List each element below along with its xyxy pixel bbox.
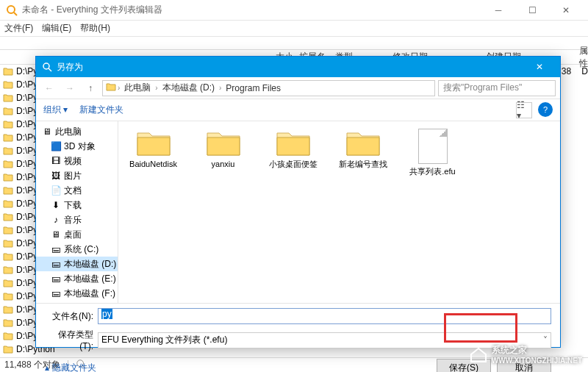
file-item[interactable]: 新老编号查找 — [335, 129, 390, 169]
tree-item[interactable]: 🖴系统 (C:) — [36, 242, 118, 257]
close-button[interactable]: ✕ — [550, 0, 582, 21]
folder-icon — [3, 212, 13, 222]
menu-help[interactable]: 帮助(H) — [80, 22, 110, 35]
cancel-button[interactable]: 取消 — [497, 359, 551, 372]
nav-up-button[interactable]: ↑ — [82, 79, 99, 97]
tree-item[interactable]: 📄文档 — [36, 183, 118, 198]
file-view[interactable]: BaiduNetdiskyanxiu小孩桌面便签新老编号查找共享列表.efu — [118, 121, 560, 303]
folder-icon — [3, 225, 13, 235]
help-button[interactable]: ? — [538, 102, 553, 117]
folder-icon — [106, 82, 116, 94]
efu-icon — [418, 129, 448, 164]
menu-edit[interactable]: 编辑(E) — [42, 22, 71, 35]
app-icon — [6, 4, 18, 16]
folder-icon — [3, 318, 13, 328]
folder-tree[interactable]: 🖥此电脑🟦3D 对象🎞视频🖼图片📄文档⬇下载♪音乐🖥桌面🖴系统 (C:)🖴本地磁… — [36, 121, 118, 303]
folder-icon — [3, 238, 13, 248]
folder-icon — [3, 159, 13, 169]
folder-icon — [3, 291, 13, 301]
hide-folders-link[interactable]: ▴ 隐藏文件夹 — [45, 362, 96, 373]
tree-item[interactable]: 🖴本地磁盘 (D:) — [36, 257, 118, 271]
doc-icon: 📄 — [51, 185, 61, 196]
folder-icon — [3, 251, 13, 262]
svg-line-5 — [49, 68, 51, 71]
file-item[interactable]: 共享列表.efu — [405, 129, 460, 176]
menu-file[interactable]: 文件(F) — [4, 22, 33, 35]
dialog-nav: ← → ↑ › 此电脑 › 本地磁盘 (D:) › Program Files … — [36, 77, 560, 99]
save-icon — [42, 62, 52, 72]
tree-item[interactable]: 🖼图片 — [36, 168, 118, 183]
dialog-title: 另存为 — [57, 61, 525, 74]
folder-icon — [3, 185, 13, 196]
pc-icon: 🖥 — [42, 126, 52, 137]
filename-input[interactable]: py — [98, 308, 551, 324]
drive-icon: 🖴 — [51, 244, 61, 254]
tree-item[interactable]: 🖥此电脑 — [36, 124, 118, 139]
nav-back-button[interactable]: ← — [40, 79, 58, 97]
breadcrumb-item[interactable]: Program Files — [223, 83, 284, 93]
3d-icon: 🟦 — [51, 141, 61, 151]
folder-icon — [3, 344, 13, 354]
main-search[interactable] — [0, 37, 588, 50]
breadcrumb[interactable]: › 此电脑 › 本地磁盘 (D:) › Program Files — [102, 80, 435, 96]
folder-icon — [3, 278, 13, 288]
dialog-bottom: 文件名(N): py 保存类型(T): EFU Everything 文件列表 … — [36, 303, 560, 372]
nav-forward-button[interactable]: → — [61, 79, 79, 97]
folder-icon — [3, 198, 13, 209]
folder-icon — [3, 265, 13, 275]
dialog-titlebar: 另存为 ✕ — [36, 57, 560, 77]
folder-icon — [3, 119, 13, 129]
folder-icon — [3, 146, 13, 156]
filetype-label: 保存类型(T): — [45, 329, 98, 351]
folder-icon — [3, 304, 13, 315]
dl-icon: ⬇ — [51, 200, 61, 210]
folder-icon — [3, 66, 13, 76]
folder-icon — [3, 331, 13, 341]
folder-icon — [3, 93, 13, 103]
filename-label: 文件名(N): — [45, 310, 98, 323]
music-icon: ♪ — [51, 215, 61, 225]
svg-point-0 — [7, 6, 15, 13]
pic-icon: 🖼 — [51, 171, 61, 181]
file-item[interactable]: BaiduNetdisk — [126, 129, 181, 169]
maximize-button[interactable]: ☐ — [516, 0, 548, 21]
organize-button[interactable]: 组织 ▾ — [43, 104, 68, 116]
tree-item[interactable]: 🖴本地磁盘 (F:) — [36, 286, 118, 301]
dialog-close-button[interactable]: ✕ — [525, 57, 554, 77]
drive-icon: 🖴 — [51, 273, 61, 284]
folder-icon — [3, 172, 13, 182]
drive-icon: 🖴 — [51, 259, 61, 269]
menubar: 文件(F) 编辑(E) 帮助(H) — [0, 21, 588, 37]
tree-item[interactable]: 🖥桌面 — [36, 227, 118, 242]
dialog-toolbar: 组织 ▾ 新建文件夹 ☷ ▾ ? — [36, 99, 560, 121]
filetype-combo[interactable]: EFU Everything 文件列表 (*.efu)˅ — [98, 332, 551, 348]
svg-point-4 — [43, 63, 49, 69]
view-button[interactable]: ☷ ▾ — [516, 102, 532, 118]
file-item[interactable]: 小孩桌面便签 — [265, 129, 320, 169]
drive-icon: 🖴 — [51, 288, 61, 298]
desk-icon: 🖥 — [51, 229, 61, 240]
video-icon: 🎞 — [51, 156, 61, 166]
folder-icon — [3, 106, 13, 116]
save-button[interactable]: 保存(S) — [437, 359, 491, 372]
save-as-dialog: 另存为 ✕ ← → ↑ › 此电脑 › 本地磁盘 (D:) › Program … — [35, 56, 561, 348]
tree-item[interactable]: ♪音乐 — [36, 212, 118, 227]
window-title: 未命名 - Everything 文件列表编辑器 — [22, 4, 482, 16]
svg-line-1 — [14, 12, 17, 15]
tree-item[interactable]: ⬇下载 — [36, 198, 118, 212]
tree-item[interactable]: 🟦3D 对象 — [36, 139, 118, 154]
tree-item[interactable]: 🎞视频 — [36, 154, 118, 168]
breadcrumb-item[interactable]: 本地磁盘 (D:) — [159, 82, 218, 94]
titlebar: 未命名 - Everything 文件列表编辑器 ─ ☐ ✕ — [0, 0, 588, 21]
minimize-button[interactable]: ─ — [482, 0, 514, 21]
file-item[interactable]: yanxiu — [196, 129, 251, 169]
new-folder-button[interactable]: 新建文件夹 — [79, 104, 123, 116]
folder-icon — [3, 132, 13, 143]
dialog-search-input[interactable]: 搜索"Program Files" — [438, 80, 556, 96]
breadcrumb-item[interactable]: 此电脑 — [121, 82, 154, 94]
folder-icon — [3, 79, 13, 90]
tree-item[interactable]: 🖴本地磁盘 (E:) — [36, 271, 118, 286]
tree-item[interactable]: 🖴盒子设计 (G:) — [36, 301, 118, 303]
